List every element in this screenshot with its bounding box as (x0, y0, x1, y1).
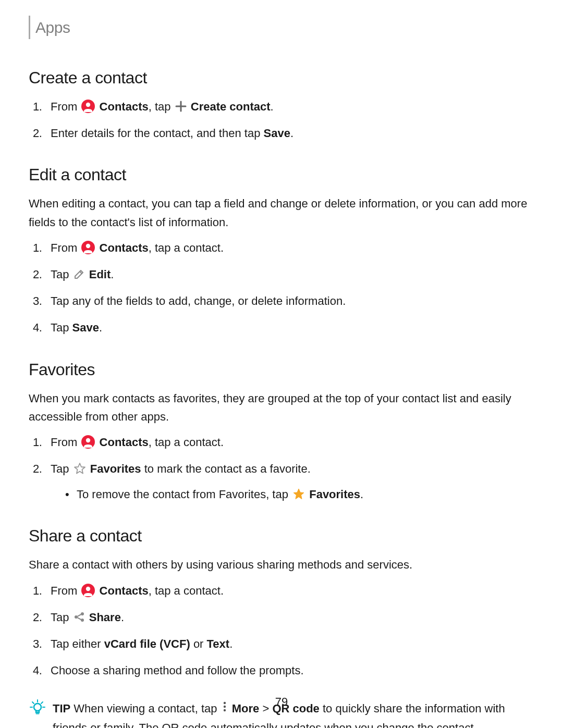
contacts-icon (81, 100, 95, 113)
heading-edit-contact: Edit a contact (29, 162, 534, 187)
section-create-contact: Create a contact From Contacts, tap Crea… (29, 65, 534, 142)
page-number: 79 (0, 693, 563, 710)
favorites-sublist: To remove the contact from Favorites, ta… (51, 485, 534, 503)
star-outline-icon (74, 462, 86, 475)
heading-create-contact: Create a contact (29, 65, 534, 90)
contacts-label: Contacts (100, 584, 149, 597)
text: To remove the contact from Favorites, ta… (77, 488, 288, 501)
text: From (51, 241, 77, 254)
text: Tap (51, 462, 69, 475)
text: , tap a contact. (149, 584, 224, 597)
edit-step-2: Tap Edit. (44, 265, 534, 283)
heading-favorites: Favorites (29, 357, 534, 382)
share-icon (74, 611, 85, 623)
create-step-1: From Contacts, tap Create contact. (44, 97, 534, 116)
contacts-label: Contacts (100, 241, 149, 254)
vcard-label: vCard file (VCF) (104, 637, 190, 650)
svg-point-13 (81, 619, 84, 622)
share-label: Share (89, 611, 121, 624)
text: . (99, 321, 102, 334)
text: Tap (51, 611, 69, 624)
create-step-2: Enter details for the contact, and then … (44, 124, 534, 142)
edit-step-3: Tap any of the fields to add, change, or… (44, 292, 534, 310)
text: Tap (51, 268, 69, 281)
edit-step-4: Tap Save. (44, 318, 534, 337)
contacts-label: Contacts (100, 436, 149, 449)
text: Tap any of the fields to add, change, or… (51, 294, 346, 307)
text: . (290, 127, 293, 140)
svg-point-8 (86, 438, 90, 442)
section-favorites: Favorites When you mark contacts as favo… (29, 357, 534, 504)
edit-steps-list: From Contacts, tap a contact. Tap Edit. … (29, 239, 534, 337)
save-label: Save (263, 127, 290, 140)
edit-step-1: From Contacts, tap a contact. (44, 239, 534, 257)
text: From (51, 436, 77, 449)
text: . (111, 268, 114, 281)
share-steps-list: From Contacts, tap a contact. Tap Share.… (29, 582, 534, 680)
favorites-label: Favorites (90, 462, 141, 475)
text: From (51, 584, 77, 597)
share-step-4: Choose a sharing method and follow the p… (44, 661, 534, 680)
share-step-2: Tap Share. (44, 608, 534, 626)
plus-icon (175, 101, 187, 112)
favorites-intro: When you mark contacts as favorites, the… (29, 389, 534, 426)
share-step-3: Tap either vCard file (VCF) or Text. (44, 635, 534, 653)
text: Enter details for the contact, and then … (51, 127, 263, 140)
text: . (121, 611, 124, 624)
edit-intro: When editing a contact, you can tap a fi… (29, 194, 534, 231)
edit-label: Edit (89, 268, 111, 281)
svg-point-5 (86, 244, 90, 248)
text: From (51, 100, 77, 113)
pencil-icon (74, 268, 85, 280)
text: , tap a contact. (149, 241, 224, 254)
heading-share-contact: Share a contact (29, 523, 534, 548)
svg-point-12 (81, 612, 84, 615)
text: . (229, 637, 232, 650)
text-label: Text (207, 637, 230, 650)
section-share-contact: Share a contact Share a contact with oth… (29, 523, 534, 680)
favorites-sub-item: To remove the contact from Favorites, ta… (68, 485, 534, 503)
svg-line-15 (77, 618, 81, 620)
section-edit-contact: Edit a contact When editing a contact, y… (29, 162, 534, 337)
favorites-step-2: Tap Favorites to mark the contact as a f… (44, 460, 534, 503)
breadcrumb: Apps (29, 16, 534, 39)
favorites-steps-list: From Contacts, tap a contact. Tap Favori… (29, 433, 534, 504)
favorites-step-1: From Contacts, tap a contact. (44, 433, 534, 451)
text: Choose a sharing method and follow the p… (51, 664, 304, 677)
contacts-label: Contacts (100, 100, 149, 113)
svg-line-14 (77, 614, 81, 616)
create-steps-list: From Contacts, tap Create contact. Enter… (29, 97, 534, 142)
text: . (360, 488, 363, 501)
create-contact-label: Create contact (191, 100, 271, 113)
contacts-icon (81, 435, 95, 449)
contacts-icon (81, 584, 95, 597)
star-filled-icon (292, 488, 305, 500)
text: or (190, 637, 207, 650)
text: , tap a contact. (149, 436, 224, 449)
save-label: Save (72, 321, 99, 334)
text: Tap either (51, 637, 104, 650)
share-step-1: From Contacts, tap a contact. (44, 582, 534, 600)
text: to mark the contact as a favorite. (141, 462, 311, 475)
contacts-icon (81, 241, 95, 254)
text: , tap (149, 100, 171, 113)
svg-point-10 (86, 587, 90, 591)
svg-point-1 (86, 103, 90, 107)
text: Tap (51, 321, 72, 334)
text: . (271, 100, 274, 113)
favorites-label: Favorites (309, 488, 360, 501)
share-intro: Share a contact with others by using var… (29, 556, 534, 574)
